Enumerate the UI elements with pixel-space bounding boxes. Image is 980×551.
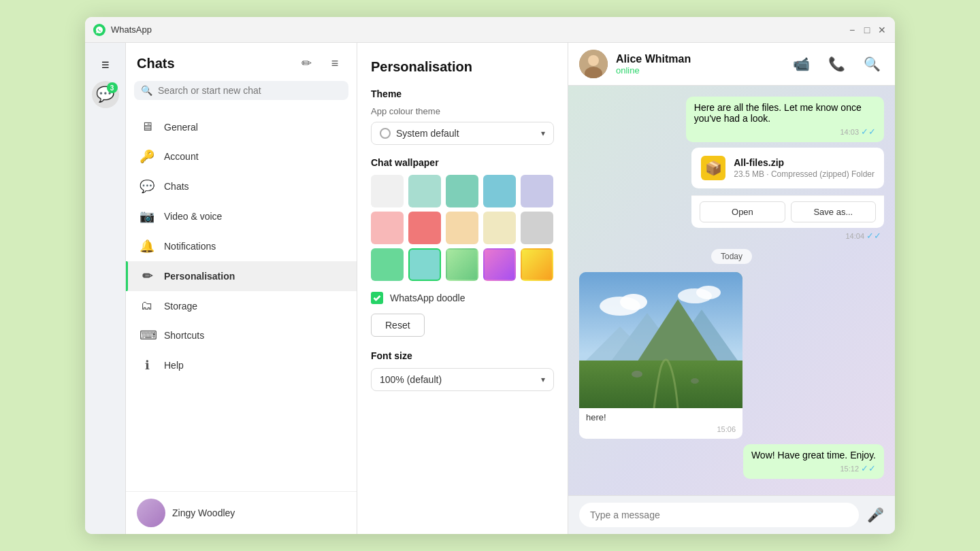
chats-icon-button[interactable]: 💬 3 bbox=[92, 81, 119, 108]
filter-icon: ≡ bbox=[331, 56, 339, 71]
menu-icon: ☰ bbox=[101, 60, 110, 70]
read-ticks-1: ✓✓ bbox=[861, 127, 876, 137]
account-icon: 🔑 bbox=[140, 149, 154, 164]
chat-list-panel: Chats ✏ ≡ 🔍 🖥 General bbox=[126, 43, 357, 534]
message-time-5: 15:12 ✓✓ bbox=[751, 463, 876, 473]
wallpaper-section-title: Chat wallpaper bbox=[371, 157, 554, 168]
nav-item-personalisation[interactable]: ✏ Personalisation bbox=[126, 261, 357, 291]
video-call-button[interactable]: 📹 bbox=[789, 52, 813, 76]
chat-input-bar: 🎤 bbox=[568, 495, 895, 534]
avatar bbox=[579, 50, 608, 78]
swatch-8[interactable] bbox=[446, 212, 478, 244]
wallpaper-grid bbox=[371, 175, 554, 281]
nav-item-account[interactable]: 🔑 Account bbox=[126, 141, 357, 171]
save-as-button[interactable]: Save as... bbox=[791, 201, 876, 222]
maximize-button[interactable]: □ bbox=[862, 25, 872, 35]
nav-item-video[interactable]: 📷 Video & voice bbox=[126, 201, 357, 231]
nav-item-notifications[interactable]: 🔔 Notifications bbox=[126, 231, 357, 261]
contact-info: Alice Whitman online bbox=[616, 53, 691, 76]
chats-icon: 💬 bbox=[140, 179, 154, 194]
contact-name-bottom: Zingy Woodley bbox=[172, 507, 235, 518]
compose-icon: ✏ bbox=[301, 56, 312, 71]
read-ticks-5: ✓✓ bbox=[861, 463, 876, 473]
swatch-9[interactable] bbox=[483, 212, 516, 244]
swatch-14[interactable] bbox=[483, 248, 516, 281]
title-bar: WhatsApp − □ ✕ bbox=[85, 17, 895, 43]
bottom-contact-row[interactable]: Zingy Woodley bbox=[126, 491, 357, 534]
file-meta: 23.5 MB · Compressed (zipped) Folder bbox=[734, 169, 875, 179]
app-logo bbox=[93, 24, 105, 36]
open-file-button[interactable]: Open bbox=[700, 201, 785, 222]
video-icon: 📷 bbox=[140, 209, 154, 224]
nav-item-storage[interactable]: 🗂 Storage bbox=[126, 291, 357, 320]
font-size-dropdown[interactable]: 100% (default) ▾ bbox=[371, 368, 554, 391]
contact-avatar bbox=[137, 499, 165, 527]
swatch-1[interactable] bbox=[371, 175, 404, 207]
chat-list-title: Chats bbox=[137, 56, 175, 71]
video-call-icon: 📹 bbox=[793, 56, 810, 72]
swatch-12[interactable] bbox=[408, 248, 441, 281]
svg-point-14 bbox=[691, 378, 699, 384]
shortcuts-label: Shortcuts bbox=[164, 330, 204, 341]
personalisation-icon: ✏ bbox=[140, 269, 154, 284]
swatch-5[interactable] bbox=[521, 175, 553, 207]
microphone-button[interactable]: 🎤 bbox=[867, 507, 884, 523]
font-chevron-icon: ▾ bbox=[541, 375, 545, 384]
message-text-1: Here are all the files. Let me know once… bbox=[694, 102, 862, 124]
reset-button[interactable]: Reset bbox=[371, 314, 425, 337]
menu-button[interactable]: ☰ bbox=[92, 51, 119, 78]
minimize-button[interactable]: − bbox=[847, 25, 857, 35]
swatch-15[interactable] bbox=[521, 248, 553, 281]
nav-item-chats[interactable]: 💬 Chats bbox=[126, 171, 357, 201]
general-icon: 🖥 bbox=[140, 120, 154, 134]
file-bubble: 📦 All-files.zip 23.5 MB · Compressed (zi… bbox=[691, 148, 884, 188]
message-time-1: 14:03 ✓✓ bbox=[694, 127, 876, 137]
search-chat-button[interactable]: 🔍 bbox=[860, 52, 884, 76]
swatch-3[interactable] bbox=[446, 175, 478, 207]
contact-name: Alice Whitman bbox=[616, 53, 691, 65]
close-button[interactable]: ✕ bbox=[877, 25, 887, 35]
nav-item-shortcuts[interactable]: ⌨ Shortcuts bbox=[126, 320, 357, 350]
photo-image bbox=[579, 272, 742, 408]
message-2: 📦 All-files.zip 23.5 MB · Compressed (zi… bbox=[691, 148, 884, 241]
swatch-7[interactable] bbox=[408, 212, 441, 244]
personalisation-label: Personalisation bbox=[164, 271, 235, 282]
main-content: ☰ 💬 3 Chats ✏ ≡ 🔍 bbox=[85, 43, 895, 534]
filter-button[interactable]: ≡ bbox=[324, 52, 346, 74]
mic-icon: 🎤 bbox=[867, 507, 884, 522]
chats-label: Chats bbox=[164, 181, 189, 192]
swatch-2[interactable] bbox=[408, 175, 441, 207]
notifications-label: Notifications bbox=[164, 241, 216, 252]
storage-icon: 🗂 bbox=[140, 299, 154, 313]
swatch-4[interactable] bbox=[483, 175, 516, 207]
chat-messages: Here are all the files. Let me know once… bbox=[568, 86, 895, 495]
search-bar: 🔍 bbox=[134, 81, 348, 100]
font-size-section: Font size 100% (default) ▾ bbox=[371, 350, 554, 391]
swatch-6[interactable] bbox=[371, 212, 404, 244]
window-controls: − □ ✕ bbox=[847, 25, 887, 35]
help-icon: ℹ bbox=[140, 358, 154, 373]
wallpaper-section: Chat wallpaper bbox=[371, 157, 554, 350]
swatch-11[interactable] bbox=[371, 248, 404, 281]
file-actions: Open Save as... bbox=[691, 195, 884, 228]
photo-caption: here! 15:06 bbox=[579, 408, 742, 439]
theme-dropdown[interactable]: System default ▾ bbox=[371, 122, 554, 145]
notifications-icon: 🔔 bbox=[140, 239, 154, 254]
account-label: Account bbox=[164, 151, 199, 162]
chat-list-header: Chats ✏ ≡ bbox=[126, 43, 357, 81]
voice-call-button[interactable]: 📞 bbox=[824, 52, 849, 76]
chat-area: Alice Whitman online 📹 📞 🔍 bbox=[568, 43, 895, 534]
message-4: here! 15:06 bbox=[579, 272, 742, 439]
theme-section-title: Theme bbox=[371, 88, 554, 99]
search-input[interactable] bbox=[158, 85, 342, 96]
new-chat-button[interactable]: ✏ bbox=[295, 52, 317, 74]
message-time-4: 15:06 bbox=[586, 425, 736, 433]
swatch-13[interactable] bbox=[446, 248, 478, 281]
nav-item-help[interactable]: ℹ Help bbox=[126, 350, 357, 380]
swatch-10[interactable] bbox=[521, 212, 553, 244]
doodle-checkbox[interactable] bbox=[371, 292, 383, 304]
message-input[interactable] bbox=[579, 503, 859, 527]
nav-item-general[interactable]: 🖥 General bbox=[126, 112, 357, 141]
file-info: All-files.zip 23.5 MB · Compressed (zipp… bbox=[734, 157, 875, 179]
doodle-checkbox-row: WhatsApp doodle bbox=[371, 292, 554, 304]
